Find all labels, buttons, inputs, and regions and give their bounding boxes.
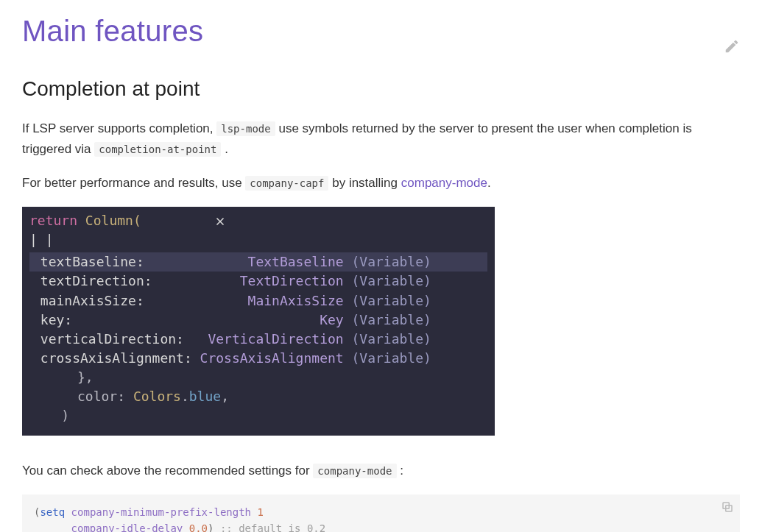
completion-label: textDirection: (32, 272, 200, 291)
text: . (225, 142, 228, 156)
comment: ;; default is 0.2 (214, 522, 325, 532)
code-completion-at-point: completion-at-point (94, 142, 221, 157)
code-lsp-mode: lsp-mode (216, 121, 275, 136)
editor-line: return Column( (29, 211, 487, 230)
text: blue (189, 389, 221, 404)
completion-item[interactable]: key: Key (Variable) (29, 311, 487, 330)
text: , (221, 389, 229, 404)
completion-item[interactable]: crossAxisAlignment: CrossAxisAlignment (… (29, 349, 487, 368)
completion-label: key: (32, 311, 200, 330)
completion-label: verticalDirection: (32, 330, 200, 349)
symbol-setq: setq (40, 506, 65, 518)
text: by installing (332, 176, 401, 190)
copy-icon[interactable] (721, 500, 734, 519)
completion-item[interactable]: mainAxisSize: MainAxisSize (Variable) (29, 291, 487, 311)
title-row: Main features (22, 15, 740, 77)
number: 1 (257, 506, 263, 518)
text: : (400, 464, 403, 478)
completion-detail: VerticalDirection (Variable) (200, 330, 484, 349)
completion-item[interactable]: verticalDirection: VerticalDirection (Va… (29, 330, 487, 349)
text: You can check above the recommended sett… (22, 464, 313, 478)
close-icon (214, 214, 227, 233)
link-company-mode[interactable]: company-mode (401, 176, 487, 190)
text: . (487, 176, 491, 190)
completion-popup: textBaseline: TextBaseline (Variable) te… (29, 252, 487, 368)
text: Colors (133, 389, 181, 404)
intro-paragraph-2: For better performance and results, use … (22, 173, 740, 194)
text: For better performance and results, use (22, 176, 245, 190)
completion-detail: Key (Variable) (200, 311, 484, 330)
completion-label: crossAxisAlignment: (32, 349, 200, 368)
after-paragraph: You can check above the recommended sett… (22, 461, 740, 481)
completion-detail: TextDirection (Variable) (200, 272, 484, 291)
elisp-codeblock: (setq company-minimum-prefix-length 1 co… (22, 494, 740, 532)
editor-line: }, (29, 368, 487, 387)
editor-line: color: Colors.blue, (29, 387, 487, 406)
editor-line: ) (29, 406, 487, 425)
edit-icon[interactable] (724, 38, 740, 54)
text: If LSP server supports completion, (22, 121, 216, 135)
symbol: company-minimum-prefix-length (71, 506, 251, 518)
completion-label: textBaseline: (32, 252, 200, 272)
completion-item[interactable]: textBaseline: TextBaseline (Variable) (29, 252, 487, 272)
text: color: (29, 389, 133, 404)
completion-label: mainAxisSize: (32, 291, 200, 311)
code-company-capf: company-capf (245, 176, 328, 191)
keyword-return: return (29, 213, 77, 228)
type-column: Column( (77, 213, 141, 228)
number: 0.0 (189, 522, 208, 532)
completion-detail: MainAxisSize (Variable) (200, 291, 484, 311)
editor-screenshot: return Column( | | textBaseline: TextBas… (22, 207, 495, 436)
section-title: Completion at point (22, 77, 740, 101)
completion-detail: TextBaseline (Variable) (200, 252, 484, 272)
completion-detail: CrossAxisAlignment (Variable) (200, 349, 484, 368)
page-title: Main features (22, 15, 203, 48)
completion-item[interactable]: textDirection: TextDirection (Variable) (29, 272, 487, 291)
code-company-mode: company-mode (313, 464, 396, 478)
text: . (181, 389, 189, 404)
indent (34, 522, 71, 532)
editor-cursor-line: | | (29, 230, 487, 249)
symbol: company-idle-delay (71, 522, 183, 532)
intro-paragraph-1: If LSP server supports completion, lsp-m… (22, 118, 740, 160)
